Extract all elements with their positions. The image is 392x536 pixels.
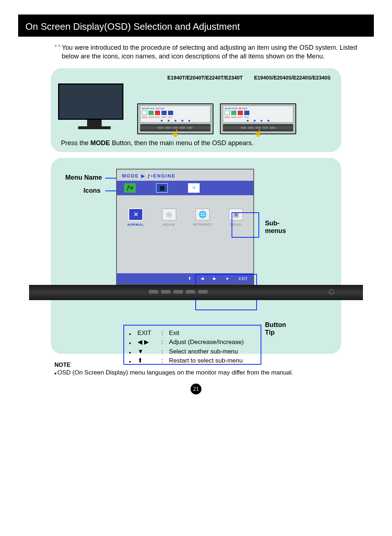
nav-up-icon[interactable]: ⬆ [188,276,191,281]
model-list-t: E1940T/E2040T/E2240T/E2340T [167,75,243,81]
submenu-label: MOVIE [156,223,182,226]
mini-label: MODE [231,116,236,118]
submenu-label: NORMAL [123,223,149,226]
osd-example-s: MONITOR SETUP MENU MODE AUTO EXIT ☝ [220,103,296,134]
submenu-icon: ◎ [162,208,176,221]
osd-top-icons: ƒ≡ ▦ ✳ [117,181,253,195]
mini-label: MENU [225,116,230,118]
top-icon-photo[interactable]: ✳ [188,183,200,193]
monitor-bezel [29,285,363,300]
submenu-icon: ✕ [128,208,143,221]
press-instruction: Press the MODE Button, then the main men… [58,139,334,147]
mini-icon [142,111,147,115]
top-icon-ratio[interactable]: ▦ [156,183,168,193]
mini-label: MENU [142,116,147,118]
mini-label: EXIT [244,116,249,118]
submenu-internet[interactable]: 🌐 INTERNET [189,208,216,226]
mini-icon [168,111,173,115]
label-menu-name: Menu Name [65,174,102,181]
submenu-normal[interactable]: ✕ NORMAL [123,208,149,226]
mini-icon [244,111,249,115]
top-icon-fengine[interactable]: ƒ≡ [124,183,136,193]
submenu-icon: 🌐 [195,208,210,221]
power-icon [329,289,334,294]
mini-label: AUTO [238,116,243,118]
mini-icon [225,111,230,115]
label-icons: Icons [83,187,101,195]
button-tips: EXIT:Exit ◀ ▶:Adjust (Decrease/Increase)… [129,328,244,365]
mini-icon [148,111,154,115]
hand-icon: ☝ [171,129,179,137]
page-title: On Screen Display(OSD) Selection and Adj… [18,15,374,37]
mini-label: AUTO [155,116,160,118]
mini-osd-title: MONITOR SETUP [142,107,209,110]
label-button-tip: Button Tip [265,321,286,336]
page-number: 21 [191,384,201,394]
label-submenus: Sub- menus [265,220,286,235]
mini-label: INPUT [162,116,167,118]
mini-icon [162,111,167,115]
submenu-label: INTERNET [189,223,216,226]
osd-menu-title: MODE ▶ ƒ•ENGINE [117,169,253,181]
hand-icon: ☝ [254,129,262,137]
mini-icon [231,111,236,115]
model-list-s: E1940S/E2040S/E2240S/E2340S [254,75,330,81]
submenu-movie[interactable]: ◎ MOVIE [156,208,182,226]
top-panel: E1940T/E2040T/E2240T/E2340T E1940S/E2040… [51,68,341,152]
intro-text: You were introduced to the procedure of … [18,37,374,65]
osd-example-t: MONITOR SETUP MENU MODE AUTO INPUT EXIT [137,103,213,134]
mini-osd-title: MONITOR SETUP [225,107,291,110]
mini-icon [155,111,160,115]
note-body: OSD (On Screen Display) menu languages o… [54,369,374,376]
mini-icon [238,111,243,115]
main-osd-panel: Menu Name Icons Sub- menus Button Tip MO… [51,158,341,354]
mini-label: MODE [148,116,154,118]
monitor-illustration [58,83,131,134]
mini-label: EXIT [168,116,173,118]
